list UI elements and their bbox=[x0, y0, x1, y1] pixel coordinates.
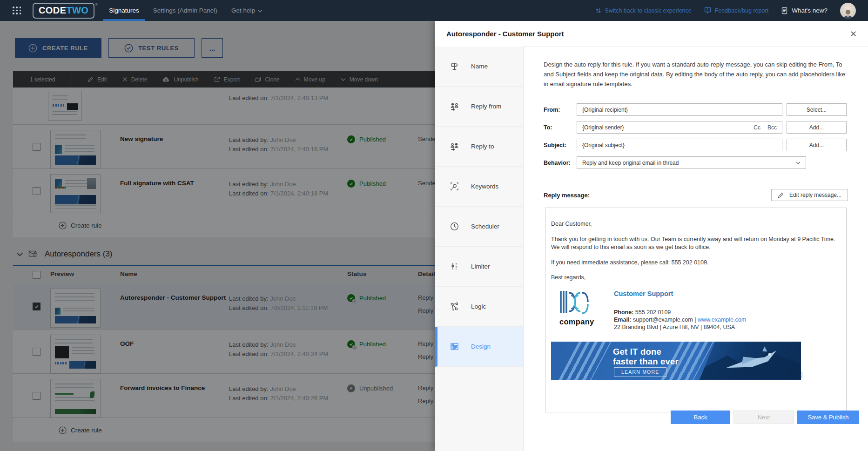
panel-main: Design the auto reply for this rule. If … bbox=[524, 47, 868, 451]
reply-message-label: Reply message: bbox=[544, 192, 590, 199]
cc-link[interactable]: Cc bbox=[754, 124, 760, 131]
feedback-label: Feedback/bug report bbox=[715, 7, 768, 14]
panel-tab-design[interactable]: Design bbox=[435, 327, 523, 367]
panel-tab-limiter[interactable]: Limiter bbox=[435, 247, 523, 287]
from-field[interactable]: {Original recipient} bbox=[577, 103, 782, 116]
address-line: 22 Branding Blvd | Azure Hill, NV | 8940… bbox=[614, 323, 746, 331]
reply-from-icon bbox=[450, 101, 459, 111]
message-body: Thank you for getting in touch with us. … bbox=[551, 236, 843, 252]
panel-tab-label: Limiter bbox=[471, 263, 490, 270]
panel-tab-label: Scheduler bbox=[471, 223, 499, 230]
back-button[interactable]: Back bbox=[671, 411, 730, 424]
to-add-button[interactable]: Add... bbox=[787, 121, 847, 134]
from-value: {Original recipient} bbox=[582, 107, 628, 113]
marketing-banner[interactable]: Get IT donefaster than ever LEARN MORE bbox=[551, 342, 801, 380]
reply-to-icon bbox=[450, 141, 459, 151]
jet-photo bbox=[700, 342, 801, 380]
panel-sidebar: Name Reply from Reply to Keywords Schedu… bbox=[435, 47, 524, 451]
panel-title: Autoresponder - Customer Support bbox=[446, 30, 564, 38]
nav-tab-label: Signatures bbox=[109, 7, 139, 14]
subject-add-button[interactable]: Add... bbox=[787, 139, 847, 151]
panel-tab-label: Reply from bbox=[471, 103, 501, 110]
nav-tab-label: Get help bbox=[231, 7, 255, 14]
message-assistance: If you need immediate assistance, please… bbox=[551, 259, 843, 267]
panel-footer: Back Next Save & Publish bbox=[671, 411, 859, 424]
panel-tab-label: Logic bbox=[471, 303, 486, 310]
signature-name: Customer Support bbox=[614, 290, 746, 297]
panel-tab-label: Keywords bbox=[471, 183, 498, 190]
edit-reply-message-label: Edit reply message... bbox=[789, 192, 841, 198]
close-icon[interactable]: ✕ bbox=[850, 30, 857, 38]
separator: | bbox=[694, 316, 696, 323]
bcc-link[interactable]: Bcc bbox=[767, 124, 777, 131]
feedback-link[interactable]: Feedback/bug report bbox=[704, 7, 768, 14]
company-logo-text: company bbox=[559, 317, 592, 326]
switch-classic-label: Switch back to classic experience bbox=[605, 7, 692, 14]
behavior-select[interactable]: Reply and keep original email in thread bbox=[577, 156, 806, 169]
to-label: To: bbox=[544, 124, 577, 131]
edit-reply-message-button[interactable]: Edit reply message... bbox=[771, 189, 848, 201]
panel-tab-label: Name bbox=[471, 63, 488, 70]
main-nav: Signatures Settings (Admin Panel) Get he… bbox=[102, 0, 269, 21]
signpost-icon bbox=[450, 61, 459, 71]
panel-tab-keywords[interactable]: Keywords bbox=[435, 167, 523, 207]
navbar-right: Switch back to classic experience Feedba… bbox=[595, 3, 856, 19]
panel-tab-reply-to[interactable]: Reply to bbox=[435, 127, 523, 167]
subject-value: {Original subject} bbox=[582, 142, 625, 148]
chevron-down-icon bbox=[257, 7, 262, 12]
company-logo: company bbox=[559, 289, 592, 331]
autoreply-form: From: {Original recipient} Select... To:… bbox=[524, 103, 868, 169]
to-value: {Original sender} bbox=[582, 124, 624, 131]
banner-line1: Get IT done bbox=[613, 347, 679, 357]
panel-tab-label: Design bbox=[471, 343, 491, 350]
logic-nodes-icon bbox=[450, 302, 459, 311]
nav-tab-signatures[interactable]: Signatures bbox=[102, 0, 146, 21]
limiter-sliders-icon bbox=[450, 262, 459, 271]
user-avatar[interactable] bbox=[840, 3, 856, 19]
nav-tab-settings-admin-panel[interactable]: Settings (Admin Panel) bbox=[146, 0, 224, 21]
from-select-button[interactable]: Select... bbox=[787, 103, 847, 116]
codetwo-logo: CODETWO® bbox=[33, 3, 94, 19]
modal-overlay bbox=[0, 21, 435, 451]
registered-mark: ® bbox=[95, 2, 98, 7]
save-publish-button[interactable]: Save & Publish bbox=[797, 411, 859, 424]
pencil-icon bbox=[778, 192, 784, 198]
clock-icon bbox=[450, 222, 459, 231]
email-label: Email: bbox=[614, 316, 632, 323]
panel-tab-reply-from[interactable]: Reply from bbox=[435, 87, 523, 127]
phone-value: 555 202 0109 bbox=[635, 309, 671, 316]
reply-message-preview: Dear Customer, Thank you for getting in … bbox=[545, 208, 847, 412]
behavior-label: Behavior: bbox=[544, 160, 577, 166]
learn-more-button[interactable]: LEARN MORE bbox=[614, 367, 666, 377]
phone-label: Phone: bbox=[614, 309, 633, 316]
whats-new-label: What's new? bbox=[792, 7, 828, 14]
app-launcher-icon[interactable] bbox=[13, 7, 21, 14]
logo-two: TWO bbox=[66, 5, 88, 15]
chevron-down-icon bbox=[796, 162, 801, 164]
subject-field[interactable]: {Original subject} bbox=[577, 139, 782, 151]
website-link[interactable]: www.example.com bbox=[698, 316, 746, 323]
email-signature: company Customer Support Phone: 555 202 … bbox=[551, 289, 802, 380]
panel-tab-label: Reply to bbox=[471, 143, 494, 150]
panel-tab-logic[interactable]: Logic bbox=[435, 287, 523, 327]
whats-new-link[interactable]: What's new? bbox=[781, 7, 828, 14]
reply-message-row: Reply message: Edit reply message... bbox=[544, 189, 848, 201]
panel-tab-scheduler[interactable]: Scheduler bbox=[435, 207, 523, 247]
logo-code: CODE bbox=[39, 5, 66, 15]
switch-arrows-icon bbox=[595, 7, 601, 14]
design-description: Design the auto reply for this rule. If … bbox=[544, 60, 848, 89]
to-field[interactable]: {Original sender} CcBcc bbox=[577, 121, 782, 134]
keywords-icon bbox=[450, 182, 459, 191]
from-label: From: bbox=[544, 107, 577, 113]
message-closing: Best regards, bbox=[551, 274, 843, 282]
panel-tab-name[interactable]: Name bbox=[435, 47, 523, 87]
company-logo-mark bbox=[559, 289, 589, 316]
nav-tab-label: Settings (Admin Panel) bbox=[153, 7, 217, 14]
nav-tab-get-help[interactable]: Get help bbox=[224, 0, 269, 21]
design-layout-icon bbox=[450, 342, 459, 351]
whats-new-icon bbox=[781, 7, 788, 14]
switch-classic-link[interactable]: Switch back to classic experience bbox=[595, 7, 692, 14]
next-button[interactable]: Next bbox=[733, 411, 794, 424]
banner-line2: faster than ever bbox=[613, 357, 679, 366]
top-navbar: CODETWO® Signatures Settings (Admin Pane… bbox=[0, 0, 868, 21]
